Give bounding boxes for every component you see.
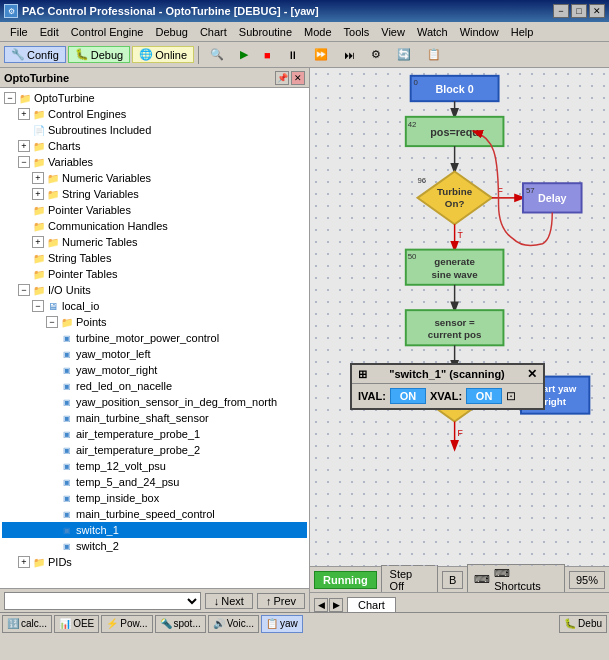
taskbar-spot[interactable]: 🔦 spot... bbox=[155, 615, 206, 633]
settings-button[interactable]: ⚙ bbox=[364, 46, 388, 63]
tree-io-units[interactable]: − 📁 I/O Units bbox=[2, 282, 307, 298]
tree-control-engines[interactable]: + 📁 Control Engines bbox=[2, 106, 307, 122]
menu-watch[interactable]: Watch bbox=[411, 25, 454, 39]
taskbar-voic[interactable]: 🔊 Voic... bbox=[208, 615, 259, 633]
online-button[interactable]: 🌐 Online bbox=[132, 46, 194, 63]
tree-point-mtss[interactable]: ▣ main_turbine_shaft_sensor bbox=[2, 410, 307, 426]
close-button[interactable]: ✕ bbox=[589, 4, 605, 18]
panel-dropdown[interactable] bbox=[4, 592, 201, 610]
tree-ptr-tables[interactable]: 📁 Pointer Tables bbox=[2, 266, 307, 282]
refresh-button[interactable]: 🔄 bbox=[390, 46, 418, 63]
tree-comm-handles[interactable]: 📁 Communication Handles bbox=[2, 218, 307, 234]
extra-button[interactable]: 📋 bbox=[420, 46, 448, 63]
expand-numvars[interactable]: + bbox=[32, 172, 44, 184]
taskbar-calc[interactable]: 🔢 calc... bbox=[2, 615, 52, 633]
minimize-button[interactable]: − bbox=[553, 4, 569, 18]
zoom-level[interactable]: 95% bbox=[569, 571, 605, 589]
tree-point-sw2[interactable]: ▣ switch_2 bbox=[2, 538, 307, 554]
tree-point-yaml[interactable]: ▣ yaw_motor_left bbox=[2, 346, 307, 362]
expand-numtables[interactable]: + bbox=[32, 236, 44, 248]
expand-vars[interactable]: − bbox=[18, 156, 30, 168]
menu-edit[interactable]: Edit bbox=[34, 25, 65, 39]
expand-charts[interactable]: + bbox=[18, 140, 30, 152]
svg-text:0: 0 bbox=[414, 78, 419, 87]
tree-ptr-vars[interactable]: 📁 Pointer Variables bbox=[2, 202, 307, 218]
status-b[interactable]: B bbox=[442, 571, 463, 589]
tree-charts[interactable]: + 📁 Charts bbox=[2, 138, 307, 154]
prev-button[interactable]: ↑ Prev bbox=[257, 593, 305, 609]
device-icon: 🖥 bbox=[46, 299, 60, 313]
shortcuts-button[interactable]: ⌨ ⌨ Shortcuts bbox=[467, 564, 565, 595]
tree-point-tib[interactable]: ▣ temp_inside_box bbox=[2, 490, 307, 506]
tree-point-t524[interactable]: ▣ temp_5_and_24_psu bbox=[2, 474, 307, 490]
expand-pids[interactable]: + bbox=[18, 556, 30, 568]
menu-help[interactable]: Help bbox=[505, 25, 540, 39]
tree-local-io[interactable]: − 🖥 local_io bbox=[2, 298, 307, 314]
expand-io[interactable]: − bbox=[18, 284, 30, 296]
tree-subroutines[interactable]: 📄 Subroutines Included bbox=[2, 122, 307, 138]
taskbar-yaw[interactable]: 📋 yaw bbox=[261, 615, 303, 633]
menu-mode[interactable]: Mode bbox=[298, 25, 338, 39]
folder-icon-ptrvars: 📁 bbox=[32, 203, 46, 217]
menu-chart[interactable]: Chart bbox=[194, 25, 233, 39]
expand-strvars[interactable]: + bbox=[32, 188, 44, 200]
search-button[interactable]: 🔍 bbox=[203, 46, 231, 63]
debug-button[interactable]: 🐛 Debug bbox=[68, 46, 130, 63]
tree-point-rled[interactable]: ▣ red_led_on_nacelle bbox=[2, 378, 307, 394]
panel-pin-button[interactable]: 📌 bbox=[275, 71, 289, 85]
popup-expand-icon[interactable]: ⊡ bbox=[506, 389, 516, 403]
tree-string-vars[interactable]: + 📁 String Variables bbox=[2, 186, 307, 202]
status-stepoff[interactable]: Step Off bbox=[381, 565, 438, 595]
tree-points[interactable]: − 📁 Points bbox=[2, 314, 307, 330]
tree-root[interactable]: − 📁 OptoTurbine bbox=[2, 90, 307, 106]
tab-nav-left[interactable]: ◀ bbox=[314, 598, 328, 612]
expand-ce[interactable]: + bbox=[18, 108, 30, 120]
svg-rect-19 bbox=[406, 250, 504, 285]
tree-point-tmpc[interactable]: ▣ turbine_motor_power_control bbox=[2, 330, 307, 346]
step-button[interactable]: ⏭ bbox=[337, 47, 362, 63]
stop-button[interactable]: ■ bbox=[257, 47, 278, 63]
tree-point-t12v[interactable]: ▣ temp_12_volt_psu bbox=[2, 458, 307, 474]
voic-icon: 🔊 bbox=[213, 618, 225, 629]
menu-file[interactable]: File bbox=[4, 25, 34, 39]
tree-point-mtsc[interactable]: ▣ main_turbine_speed_control bbox=[2, 506, 307, 522]
tree-pids[interactable]: + 📁 PIDs bbox=[2, 554, 307, 570]
menu-view[interactable]: View bbox=[375, 25, 411, 39]
tree-point-ypos[interactable]: ▣ yaw_position_sensor_in_deg_from_north bbox=[2, 394, 307, 410]
tab-chart[interactable]: Chart bbox=[347, 597, 396, 612]
panel-close-button[interactable]: ✕ bbox=[291, 71, 305, 85]
expand-localio[interactable]: − bbox=[32, 300, 44, 312]
tree-numeric-tables[interactable]: + 📁 Numeric Tables bbox=[2, 234, 307, 250]
step-forward-button[interactable]: ⏩ bbox=[307, 46, 335, 63]
tab-nav-right[interactable]: ▶ bbox=[329, 598, 343, 612]
tree-point-atp2[interactable]: ▣ air_temperature_probe_2 bbox=[2, 442, 307, 458]
maximize-button[interactable]: □ bbox=[571, 4, 587, 18]
expand-points[interactable]: − bbox=[46, 316, 58, 328]
config-button[interactable]: 🔧 Config bbox=[4, 46, 66, 63]
tree-string-tables[interactable]: 📁 String Tables bbox=[2, 250, 307, 266]
menu-window[interactable]: Window bbox=[454, 25, 505, 39]
taskbar-debu[interactable]: 🐛 Debu bbox=[559, 615, 607, 633]
point-icon-1: ▣ bbox=[60, 331, 74, 345]
menu-debug[interactable]: Debug bbox=[149, 25, 193, 39]
pause-button[interactable]: ⏸ bbox=[280, 47, 305, 63]
folder-icon-points: 📁 bbox=[60, 315, 74, 329]
menu-control-engine[interactable]: Control Engine bbox=[65, 25, 150, 39]
expand-root[interactable]: − bbox=[4, 92, 16, 104]
play-button[interactable]: ▶ bbox=[233, 46, 255, 63]
taskbar-pow[interactable]: ⚡ Pow... bbox=[101, 615, 152, 633]
svg-text:right: right bbox=[544, 396, 566, 407]
tree-point-yawr[interactable]: ▣ yaw_motor_right bbox=[2, 362, 307, 378]
menu-tools[interactable]: Tools bbox=[338, 25, 376, 39]
tree-point-atp1[interactable]: ▣ air_temperature_probe_1 bbox=[2, 426, 307, 442]
bottom-toolbar: Running Step Off B ⌨ ⌨ Shortcuts 95% bbox=[310, 566, 609, 592]
next-button[interactable]: ↓ Next bbox=[205, 593, 253, 609]
tree-point-sw1[interactable]: ▣ switch_1 bbox=[2, 522, 307, 538]
menu-subroutine[interactable]: Subroutine bbox=[233, 25, 298, 39]
tree-numeric-vars[interactable]: + 📁 Numeric Variables bbox=[2, 170, 307, 186]
popup-close-button[interactable]: ✕ bbox=[527, 367, 537, 381]
taskbar-oee[interactable]: 📊 OEE bbox=[54, 615, 99, 633]
panel-controls: 📌 ✕ bbox=[275, 71, 305, 85]
tree-variables[interactable]: − 📁 Variables bbox=[2, 154, 307, 170]
flowchart-svg: Block 0 0 pos=requ 42 Turbine On? 96 bbox=[310, 68, 609, 566]
